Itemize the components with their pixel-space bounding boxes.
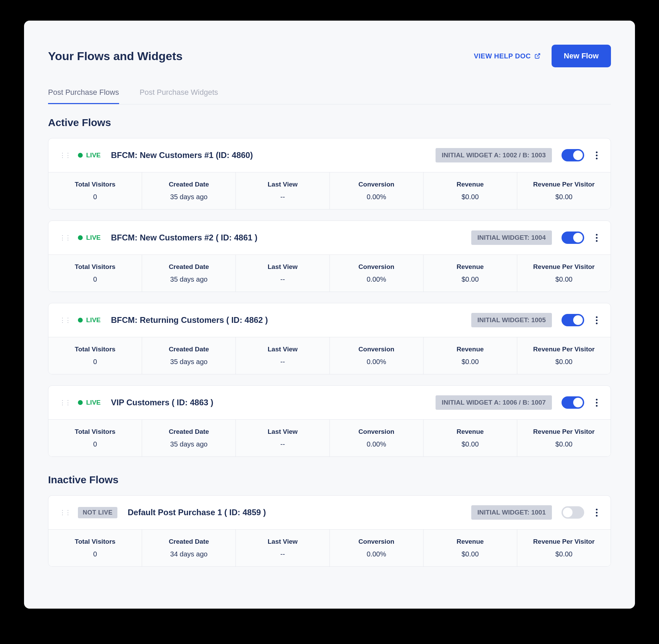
flow-card: ⋮⋮ NOT LIVE Default Post Purchase 1 ( ID… — [48, 495, 611, 567]
stat-value: 0 — [52, 193, 138, 201]
flow-stats: Total Visitors 0 Created Date 35 days ag… — [48, 255, 611, 292]
drag-handle-icon[interactable]: ⋮⋮ — [59, 509, 70, 516]
stat-label: Revenue Per Visitor — [521, 428, 607, 436]
flow-toggle[interactable] — [562, 231, 584, 244]
stat-label: Revenue — [427, 346, 513, 353]
stat-value: 0.00% — [333, 275, 420, 283]
stat-conversion: Conversion 0.00% — [330, 255, 424, 292]
flow-name: BFCM: Returning Customers ( ID: 4862 ) — [111, 315, 268, 325]
flow-card: ⋮⋮ LIVE BFCM: Returning Customers ( ID: … — [48, 303, 611, 374]
flow-toggle[interactable] — [562, 396, 584, 409]
stat-revenue: Revenue $0.00 — [424, 172, 517, 209]
stat-visitors: Total Visitors 0 — [48, 530, 142, 566]
stat-value: -- — [239, 550, 326, 558]
flow-toggle[interactable] — [562, 506, 584, 519]
stat-rpv: Revenue Per Visitor $0.00 — [517, 337, 611, 374]
live-label: LIVE — [86, 316, 101, 324]
stat-conversion: Conversion 0.00% — [330, 420, 424, 456]
stat-last_view: Last View -- — [236, 420, 330, 456]
stat-revenue: Revenue $0.00 — [424, 530, 517, 566]
toggle-knob-icon — [563, 508, 573, 517]
initial-widget-badge: INITIAL WIDGET: 1005 — [471, 313, 552, 327]
flow-menu-button[interactable] — [594, 232, 600, 244]
stat-revenue: Revenue $0.00 — [424, 337, 517, 374]
initial-widget-badge: INITIAL WIDGET: 1004 — [471, 230, 552, 245]
flow-name: BFCM: New Customers #2 ( ID: 4861 ) — [111, 233, 257, 242]
inactive-flows-list: ⋮⋮ NOT LIVE Default Post Purchase 1 ( ID… — [48, 495, 611, 567]
flow-menu-button[interactable] — [594, 149, 600, 161]
stat-value: 0.00% — [333, 440, 420, 448]
new-flow-button[interactable]: New Flow — [552, 45, 611, 67]
toggle-knob-icon — [573, 233, 583, 242]
stat-label: Created Date — [146, 263, 232, 271]
stat-value: 34 days ago — [146, 550, 232, 558]
active-flows-heading: Active Flows — [48, 117, 611, 128]
stat-label: Created Date — [146, 181, 232, 188]
live-label: LIVE — [86, 399, 101, 406]
flow-head-left: ⋮⋮ LIVE BFCM: Returning Customers ( ID: … — [59, 315, 268, 325]
stat-label: Revenue Per Visitor — [521, 538, 607, 545]
stat-label: Revenue — [427, 263, 513, 271]
drag-handle-icon[interactable]: ⋮⋮ — [59, 316, 70, 324]
stat-rpv: Revenue Per Visitor $0.00 — [517, 420, 611, 456]
stat-label: Conversion — [333, 346, 420, 353]
help-link-label: VIEW HELP DOC — [474, 52, 531, 60]
drag-handle-icon[interactable]: ⋮⋮ — [59, 234, 70, 241]
stat-created: Created Date 35 days ago — [142, 255, 236, 292]
flow-toggle[interactable] — [562, 149, 584, 161]
flow-name: VIP Customers ( ID: 4863 ) — [111, 398, 213, 407]
stat-value: $0.00 — [427, 193, 513, 201]
stat-value: -- — [239, 193, 326, 201]
stat-conversion: Conversion 0.00% — [330, 337, 424, 374]
live-badge: LIVE — [78, 151, 101, 159]
stat-value: 0.00% — [333, 193, 420, 201]
inactive-flows-heading: Inactive Flows — [48, 474, 611, 486]
flow-card: ⋮⋮ LIVE BFCM: New Customers #1 (ID: 4860… — [48, 138, 611, 210]
flow-head-right: INITIAL WIDGET A: 1006 / B: 1007 — [436, 395, 600, 410]
stat-value: $0.00 — [521, 193, 607, 201]
stat-label: Revenue — [427, 181, 513, 188]
tab-post-purchase-widgets[interactable]: Post Purchase Widgets — [140, 88, 218, 104]
stat-label: Revenue Per Visitor — [521, 181, 607, 188]
stat-label: Conversion — [333, 263, 420, 271]
stat-label: Last View — [239, 538, 326, 545]
flow-menu-button[interactable] — [594, 507, 600, 519]
flow-menu-button[interactable] — [594, 397, 600, 409]
stat-conversion: Conversion 0.00% — [330, 172, 424, 209]
stat-revenue: Revenue $0.00 — [424, 255, 517, 292]
stat-visitors: Total Visitors 0 — [48, 172, 142, 209]
stat-value: 0 — [52, 550, 138, 558]
stat-value: -- — [239, 440, 326, 448]
initial-widget-badge: INITIAL WIDGET: 1001 — [471, 505, 552, 520]
stat-rpv: Revenue Per Visitor $0.00 — [517, 255, 611, 292]
stat-rpv: Revenue Per Visitor $0.00 — [517, 172, 611, 209]
live-badge: LIVE — [78, 316, 101, 324]
flow-stats: Total Visitors 0 Created Date 35 days ag… — [48, 419, 611, 456]
live-badge: LIVE — [78, 399, 101, 406]
stat-label: Total Visitors — [52, 263, 138, 271]
main-panel: Your Flows and Widgets VIEW HELP DOC New… — [24, 21, 635, 609]
stat-label: Conversion — [333, 181, 420, 188]
flow-name: BFCM: New Customers #1 (ID: 4860) — [111, 150, 253, 160]
drag-handle-icon[interactable]: ⋮⋮ — [59, 151, 70, 159]
view-help-doc-link[interactable]: VIEW HELP DOC — [474, 52, 540, 60]
live-label: LIVE — [86, 151, 101, 159]
toggle-knob-icon — [573, 398, 583, 407]
drag-handle-icon[interactable]: ⋮⋮ — [59, 399, 70, 406]
flow-head-left: ⋮⋮ LIVE BFCM: New Customers #1 (ID: 4860… — [59, 150, 253, 160]
flow-head-right: INITIAL WIDGET: 1004 — [471, 230, 600, 245]
flow-toggle[interactable] — [562, 314, 584, 326]
stat-label: Total Visitors — [52, 181, 138, 188]
stat-value: 0 — [52, 358, 138, 366]
flow-menu-button[interactable] — [594, 314, 600, 326]
svg-line-0 — [537, 54, 540, 56]
tab-post-purchase-flows[interactable]: Post Purchase Flows — [48, 88, 119, 104]
flow-head-left: ⋮⋮ LIVE BFCM: New Customers #2 ( ID: 486… — [59, 233, 257, 242]
flow-card-header: ⋮⋮ LIVE VIP Customers ( ID: 4863 ) INITI… — [48, 386, 611, 419]
stat-value: 0.00% — [333, 358, 420, 366]
flow-stats: Total Visitors 0 Created Date 35 days ag… — [48, 337, 611, 374]
stat-label: Conversion — [333, 428, 420, 436]
stat-created: Created Date 35 days ago — [142, 172, 236, 209]
stat-value: $0.00 — [427, 440, 513, 448]
page-title: Your Flows and Widgets — [48, 49, 183, 63]
